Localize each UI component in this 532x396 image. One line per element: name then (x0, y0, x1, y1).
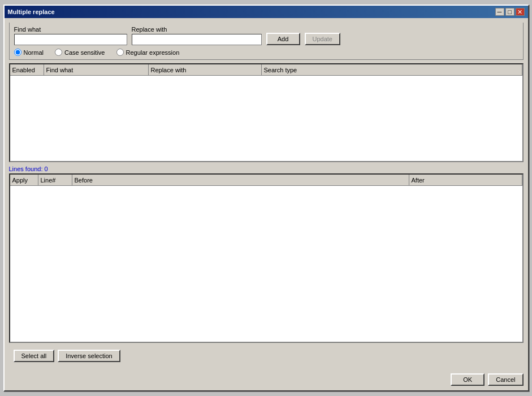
title-bar: Multiple replace ─ □ ✕ (5, 6, 528, 18)
close-button[interactable]: ✕ (516, 8, 525, 16)
update-button[interactable]: Update (305, 33, 340, 45)
bottom-bar: Select all Inverse selection (9, 346, 524, 365)
radio-case[interactable] (55, 49, 62, 56)
dialog-footer: OK Cancel (5, 370, 528, 390)
results-body[interactable] (10, 186, 522, 342)
minimize-icon: ─ (498, 8, 502, 15)
title-bar-buttons: ─ □ ✕ (495, 8, 525, 16)
col-header-replace: Replace with (149, 64, 262, 75)
minimize-button[interactable]: ─ (495, 8, 504, 16)
col-header-line: Line# (38, 175, 72, 185)
inverse-selection-button[interactable]: Inverse selection (58, 350, 120, 362)
replace-rules-body[interactable] (10, 76, 522, 161)
replace-with-label: Replace with (132, 26, 262, 33)
radio-case-text: Case sensitive (64, 49, 105, 56)
col-header-after: After (409, 175, 522, 185)
maximize-button[interactable]: □ (505, 8, 514, 16)
replace-with-group: Replace with (132, 26, 262, 45)
close-icon: ✕ (517, 8, 522, 16)
replace-rules-table: Enabled Find what Replace with Search ty… (9, 63, 524, 162)
input-row: Find what Replace with Add Update (14, 26, 518, 45)
col-header-search: Search type (262, 64, 522, 75)
main-window: Multiple replace ─ □ ✕ Find what Repla (3, 5, 529, 391)
radio-row: Normal Case sensitive Regular expression (14, 49, 518, 56)
maximize-icon: □ (508, 8, 512, 15)
lines-found-label: Lines found: 0 (9, 166, 524, 172)
main-content: Find what Replace with Add Update Normal… (5, 18, 528, 370)
window-title: Multiple replace (8, 8, 55, 15)
radio-normal[interactable] (14, 49, 21, 56)
radio-case-label[interactable]: Case sensitive (55, 49, 105, 56)
replace-with-input[interactable] (132, 34, 262, 45)
results-header: Apply Line# Before After (10, 175, 522, 186)
ok-button[interactable]: OK (451, 373, 485, 386)
replace-rules-header: Enabled Find what Replace with Search ty… (10, 64, 522, 76)
radio-normal-text: Normal (24, 49, 44, 56)
col-header-before: Before (72, 175, 409, 185)
find-what-input[interactable] (14, 34, 127, 45)
results-table: Apply Line# Before After (9, 173, 524, 343)
select-all-button[interactable]: Select all (14, 350, 55, 362)
cancel-button[interactable]: Cancel (488, 373, 523, 386)
add-button[interactable]: Add (266, 33, 300, 45)
radio-regex[interactable] (116, 49, 124, 56)
find-what-label: Find what (14, 26, 127, 33)
radio-regex-label[interactable]: Regular expression (116, 49, 180, 56)
col-header-apply: Apply (10, 175, 38, 185)
col-header-enabled: Enabled (10, 64, 44, 75)
results-section: Lines found: 0 Apply Line# Before After (9, 166, 524, 343)
top-form-panel: Find what Replace with Add Update Normal… (9, 23, 524, 60)
radio-regex-text: Regular expression (126, 49, 180, 56)
find-what-group: Find what (14, 26, 127, 45)
radio-normal-label[interactable]: Normal (14, 49, 44, 56)
col-header-find: Find what (44, 64, 149, 75)
